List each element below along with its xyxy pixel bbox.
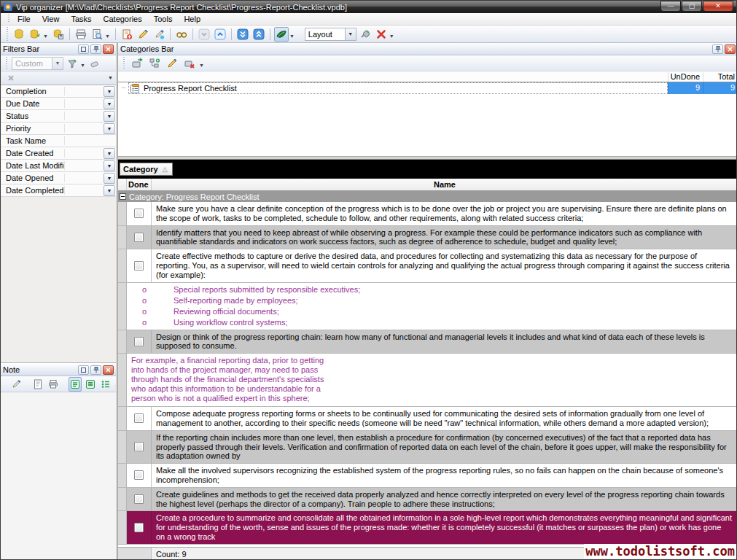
move-up-button[interactable] (213, 27, 227, 42)
done-column-header[interactable]: Done (127, 179, 152, 190)
filter-row[interactable]: Date Created▼ (1, 147, 116, 160)
undone-column-header[interactable]: UnDone (668, 72, 703, 82)
total-column-header[interactable]: Total (703, 72, 737, 82)
note-view-rich-button[interactable] (84, 377, 97, 392)
category-sort-header[interactable]: Category △ (120, 163, 173, 176)
new-database-button[interactable] (12, 27, 26, 42)
note-print-button[interactable] (47, 377, 60, 392)
filters-restore-button[interactable] (78, 44, 89, 54)
minimize-button[interactable]: — (660, 1, 681, 12)
apply-filter-button[interactable] (66, 56, 79, 71)
task-checkbox[interactable] (134, 442, 144, 451)
clear-filter-button[interactable] (89, 56, 102, 71)
layout-toolbar-dropdown[interactable]: ▼ (389, 34, 394, 39)
view-mode-dropdown[interactable]: ▼ (289, 34, 295, 39)
filter-dropdown-button[interactable]: ▼ (104, 123, 115, 134)
print-dropdown[interactable]: ▼ (105, 34, 110, 39)
note-view-plain-button[interactable] (69, 377, 82, 392)
filter-dropdown-button[interactable]: ▼ (104, 111, 115, 122)
view-task-button[interactable] (174, 27, 189, 42)
new-subcategory-button[interactable] (147, 56, 162, 71)
task-checkbox[interactable] (134, 233, 144, 242)
filter-row[interactable]: Task Name (1, 135, 116, 147)
filter-row[interactable]: Date Completed▼ (1, 184, 116, 197)
task-checkbox[interactable] (134, 209, 144, 218)
note-restore-button[interactable] (78, 365, 89, 375)
maximize-button[interactable]: ▢ (682, 1, 702, 12)
task-row[interactable]: Create guidelines and methods to get the… (118, 488, 737, 512)
filters-pin-button[interactable] (90, 44, 101, 54)
note-preview-button[interactable] (31, 377, 44, 392)
filter-preset-combobox[interactable]: Custom ▼ (12, 57, 63, 70)
categories-pin-button[interactable] (712, 44, 723, 54)
print-button[interactable] (74, 27, 88, 42)
menu-item-tasks[interactable]: Tasks (65, 14, 97, 24)
category-group-row[interactable]: Category: Progress Report Checklist (118, 191, 737, 202)
filter-dropdown-button[interactable]: ▼ (104, 185, 115, 196)
filter-row[interactable]: Status▼ (1, 110, 116, 122)
task-checkbox[interactable] (134, 470, 144, 480)
task-checkbox[interactable] (134, 261, 144, 271)
edit-task-button[interactable] (136, 27, 150, 42)
note-close-button[interactable] (103, 365, 114, 375)
open-database-dropdown[interactable]: ▼ (43, 34, 48, 39)
close-button[interactable]: ✕ (703, 1, 733, 12)
filter-dropdown-button[interactable]: ▼ (104, 86, 115, 97)
menu-item-categories[interactable]: Categories (98, 14, 148, 24)
new-task-button[interactable] (120, 27, 134, 42)
task-checkbox[interactable] (134, 337, 144, 346)
menu-item-file[interactable]: File (12, 14, 36, 24)
remove-filter-button[interactable] (5, 72, 17, 84)
filters-close-button[interactable] (103, 44, 114, 54)
menu-item-help[interactable]: Help (178, 14, 206, 24)
filters-overflow-dropdown[interactable]: ▼ (108, 75, 113, 80)
filter-row[interactable]: Date Opened▼ (1, 172, 116, 184)
filter-row[interactable]: Completion▼ (1, 85, 116, 98)
move-to-top-button[interactable] (251, 27, 266, 42)
task-row[interactable]: Create effective methods to capture or d… (118, 249, 737, 282)
delete-layout-button[interactable] (374, 27, 389, 42)
menu-item-tools[interactable]: Tools (148, 14, 179, 24)
filter-dropdown-button[interactable]: ▼ (104, 98, 115, 109)
move-down-button[interactable] (197, 27, 211, 42)
task-row[interactable]: If the reporting chain includes more tha… (118, 431, 737, 464)
filter-dropdown-button[interactable]: ▼ (104, 148, 115, 159)
filter-dropdown-button[interactable]: ▼ (104, 160, 115, 171)
edit-note-button[interactable] (9, 377, 23, 392)
note-view-list-button[interactable] (99, 377, 112, 392)
apply-layout-button[interactable] (358, 27, 373, 42)
open-database-button[interactable] (28, 27, 42, 42)
apply-filter-dropdown[interactable]: ▼ (80, 63, 85, 68)
filter-row[interactable]: Priority▼ (1, 122, 116, 135)
task-row[interactable]: Create a procedure to summarize and cons… (118, 511, 737, 544)
task-checkbox[interactable] (134, 494, 144, 504)
task-row[interactable]: Identify matters that you need to keep a… (118, 226, 737, 250)
categories-toolbar-dropdown[interactable]: ▼ (199, 63, 204, 68)
name-column-header[interactable]: Name (152, 179, 737, 190)
edit-category-button[interactable] (165, 56, 179, 71)
new-category-button[interactable] (130, 56, 144, 71)
save-database-button[interactable] (51, 27, 66, 42)
categories-close-button[interactable] (725, 44, 736, 54)
task-row[interactable]: Compose adequate progress reporting form… (118, 407, 737, 431)
task-checkbox[interactable] (134, 523, 144, 532)
collapse-group-icon[interactable] (120, 193, 126, 200)
task-row[interactable]: Make all the involved supervisors recogn… (118, 464, 737, 488)
layout-combobox[interactable]: Layout ▼ (305, 28, 356, 41)
move-to-bottom-button[interactable] (235, 27, 250, 42)
note-editor-area[interactable] (1, 393, 116, 560)
complete-task-button[interactable] (152, 27, 166, 42)
task-row[interactable]: Design or think of the progress reportin… (118, 330, 737, 354)
task-row[interactable]: Make sure you have a clear definite conc… (118, 202, 737, 226)
layout-combobox-arrow[interactable]: ▼ (345, 28, 356, 40)
category-name-zone[interactable]: Progress Report Checklist (128, 82, 668, 94)
category-tree-item[interactable]: ┄Progress Report Checklist99 (118, 82, 737, 94)
filter-dropdown-button[interactable]: ▼ (104, 173, 115, 184)
view-mode-button[interactable] (274, 27, 289, 42)
print-preview-button[interactable] (90, 27, 104, 42)
filter-row[interactable]: Date Last Modified▼ (1, 160, 116, 172)
filter-row[interactable]: Due Date▼ (1, 98, 116, 110)
task-checkbox[interactable] (134, 413, 144, 423)
note-pin-button[interactable] (90, 365, 101, 375)
filter-preset-arrow[interactable]: ▼ (52, 58, 63, 69)
